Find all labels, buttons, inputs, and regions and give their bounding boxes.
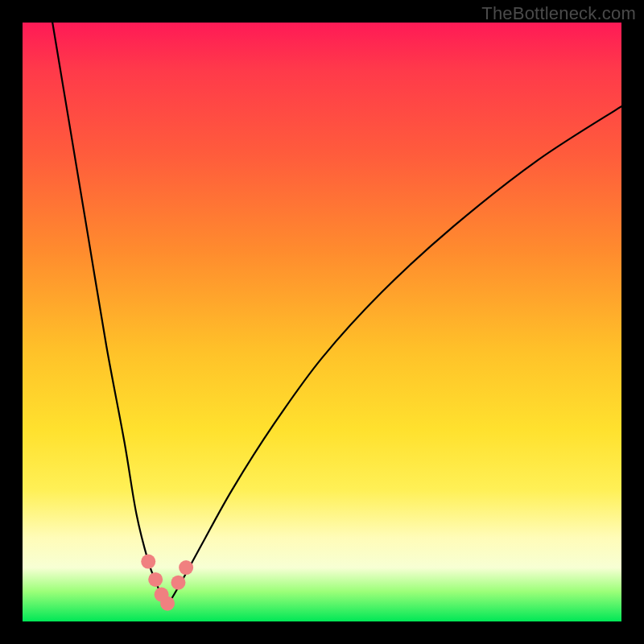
chart-svg bbox=[23, 23, 621, 621]
marker-dot bbox=[160, 597, 175, 611]
marker-dot bbox=[141, 555, 155, 569]
marker-dot bbox=[148, 572, 163, 587]
outer-frame: TheBottleneck.com bbox=[0, 0, 644, 644]
marker-dot bbox=[179, 560, 193, 575]
plot-area bbox=[23, 23, 621, 621]
watermark-text: TheBottleneck.com bbox=[481, 3, 636, 24]
marker-dot bbox=[171, 576, 185, 590]
curve-left-branch bbox=[52, 23, 166, 606]
curve-right-branch bbox=[167, 106, 621, 606]
highlight-markers bbox=[141, 555, 193, 611]
